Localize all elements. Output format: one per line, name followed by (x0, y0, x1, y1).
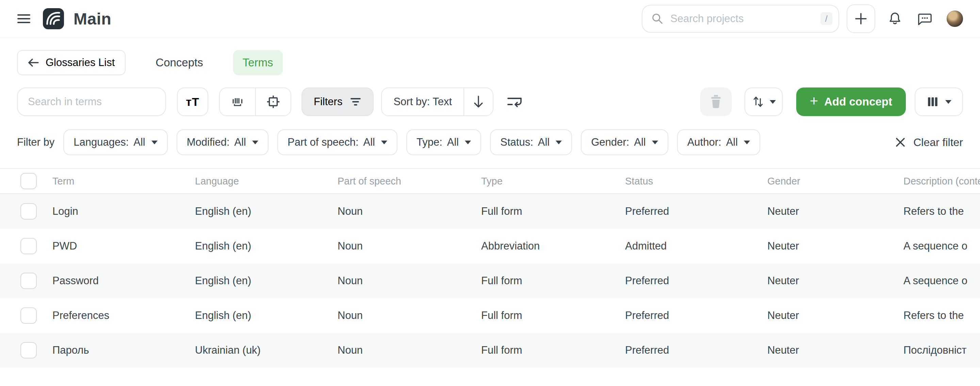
filter-chip-author[interactable]: Author:All (677, 129, 760, 155)
cell-language: English (en) (195, 275, 337, 287)
column-header-language: Language (195, 175, 337, 187)
user-avatar[interactable] (947, 11, 963, 27)
chip-label: Author: (687, 136, 721, 148)
create-project-button[interactable] (846, 5, 875, 33)
add-concept-button[interactable]: + Add concept (796, 88, 906, 116)
clear-filter-button[interactable]: Clear filter (895, 136, 963, 149)
filter-chip-status[interactable]: Status:All (490, 129, 572, 155)
chip-label: Status: (500, 136, 533, 148)
filters-button[interactable]: Filters (301, 88, 374, 116)
chip-value: All (447, 136, 459, 148)
search-terms-input[interactable] (28, 96, 155, 108)
row-checkbox[interactable] (21, 307, 37, 324)
chevron-down-icon (770, 100, 776, 104)
cell-part-of-speech: Noun (337, 344, 481, 356)
cell-language: English (en) (195, 240, 337, 252)
sort-direction-button[interactable] (463, 88, 493, 115)
cell-description: A sequence o (904, 275, 980, 287)
back-to-glossaries-button[interactable]: Glossaries List (17, 50, 126, 75)
cell-description: Послідовніст (904, 344, 980, 356)
search-projects-input[interactable] (670, 13, 821, 25)
table-row[interactable]: PasswordEnglish (en)NounFull formPreferr… (0, 263, 980, 298)
letter-case-icon: тT (186, 95, 199, 108)
search-terms-box[interactable] (17, 88, 166, 116)
chip-label: Modified: (187, 136, 230, 148)
cell-description: Refers to the (904, 205, 980, 217)
cell-term: Preferences (52, 309, 195, 322)
chip-value: All (726, 136, 738, 148)
table-row[interactable]: ПарольUkrainian (uk)NounFull formPreferr… (0, 333, 980, 368)
import-export-button[interactable] (745, 88, 783, 116)
notifications-bell-icon[interactable] (885, 9, 904, 28)
filter-chip-partofspeech[interactable]: Part of speech:All (277, 129, 398, 155)
cell-language: English (en) (195, 205, 337, 217)
frame-target-icon (266, 94, 281, 109)
cell-part-of-speech: Noun (337, 240, 481, 252)
terms-table: Term Language Part of speech Type Status… (0, 168, 980, 368)
chip-label: Languages: (73, 136, 129, 148)
select-all-checkbox[interactable] (21, 173, 37, 189)
top-header: Main / (0, 0, 980, 38)
exact-match-toggle[interactable] (255, 88, 291, 115)
column-header-description: Description (context) (904, 175, 980, 187)
cell-term: Login (52, 205, 195, 217)
cell-type: Full form (481, 275, 625, 287)
chip-label: Type: (417, 136, 442, 148)
cell-status: Preferred (625, 344, 767, 356)
columns-settings-button[interactable] (915, 88, 963, 116)
clear-filter-label: Clear filter (913, 136, 963, 149)
row-checkbox[interactable] (21, 273, 37, 289)
search-projects-box[interactable]: / (642, 5, 839, 33)
row-checkbox[interactable] (21, 238, 37, 254)
row-checkbox[interactable] (21, 342, 37, 359)
table-row[interactable]: LoginEnglish (en)NounFull formPreferredN… (0, 194, 980, 229)
cell-gender: Neuter (767, 275, 904, 287)
delete-terms-button[interactable] (700, 88, 732, 116)
columns-icon (926, 96, 939, 108)
close-icon (895, 137, 906, 148)
match-whole-phrase-toggle[interactable] (220, 88, 255, 115)
table-row[interactable]: PWDEnglish (en)NounAbbreviationAdmittedN… (0, 229, 980, 263)
tab-concepts[interactable]: Concepts (146, 50, 212, 75)
chevron-down-icon (151, 140, 158, 144)
chip-label: Gender: (591, 136, 629, 148)
cell-type: Abbreviation (481, 240, 625, 252)
cell-gender: Neuter (767, 240, 904, 252)
sort-by-button[interactable]: Sort by: Text (382, 88, 463, 115)
filter-chip-type[interactable]: Type:All (406, 129, 481, 155)
row-checkbox[interactable] (21, 203, 37, 220)
messages-chat-icon[interactable] (915, 9, 934, 28)
wrap-lines-toggle[interactable] (504, 92, 525, 112)
search-shortcut-badge: / (821, 12, 832, 25)
crowdin-logo-icon[interactable] (43, 8, 64, 29)
filter-chip-modified[interactable]: Modified:All (177, 129, 269, 155)
hamburger-menu-icon[interactable] (17, 12, 30, 26)
terms-toolbar: тT Filters (0, 87, 980, 116)
cell-type: Full form (481, 309, 625, 322)
chevron-down-icon (652, 140, 658, 144)
add-concept-label: Add concept (824, 95, 892, 108)
glossary-nav: Glossaries List Concepts Terms (0, 50, 980, 76)
column-header-term: Term (52, 175, 195, 187)
filter-chips: Languages:AllModified:AllPart of speech:… (54, 129, 760, 155)
sort-control: Sort by: Text (381, 88, 493, 116)
chip-value: All (234, 136, 246, 148)
chevron-down-icon (252, 140, 258, 144)
chevron-down-icon (465, 140, 471, 144)
tab-terms[interactable]: Terms (233, 50, 283, 75)
cell-gender: Neuter (767, 309, 904, 322)
back-button-label: Glossaries List (46, 56, 115, 69)
cell-term: PWD (52, 240, 195, 252)
filters-button-label: Filters (314, 96, 342, 108)
search-options-group (219, 88, 291, 116)
filter-chip-languages[interactable]: Languages:All (63, 129, 168, 155)
cell-part-of-speech: Noun (337, 275, 481, 287)
trash-icon (709, 94, 723, 109)
plus-icon: + (810, 94, 818, 108)
wrap-lines-icon (506, 94, 523, 109)
cell-status: Admitted (625, 240, 767, 252)
filter-by-label: Filter by (17, 136, 54, 148)
case-sensitive-toggle[interactable]: тT (177, 88, 208, 116)
filter-chip-gender[interactable]: Gender:All (581, 129, 668, 155)
table-row[interactable]: PreferencesEnglish (en)NounFull formPref… (0, 298, 980, 333)
